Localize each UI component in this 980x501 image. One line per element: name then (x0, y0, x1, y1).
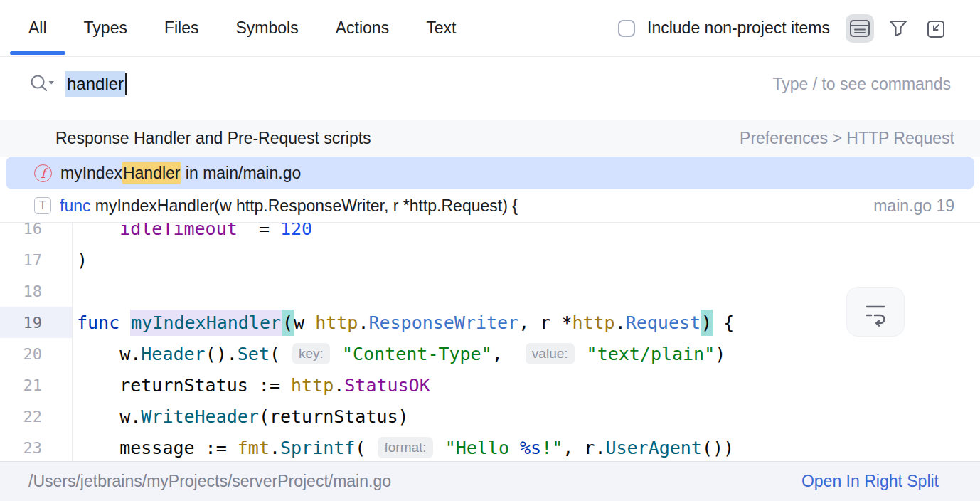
line-number[interactable]: 19 (0, 307, 73, 338)
code-line-16: 16 idleTimeout = 120 (0, 222, 980, 244)
code-token: 120 (280, 222, 312, 239)
text-caret (125, 73, 127, 95)
line-number[interactable]: 22 (0, 401, 73, 432)
code-text[interactable]: message := fmt.Sprintf( format: "Hello %… (73, 432, 734, 462)
command-hint: Type / to see commands (772, 75, 951, 94)
code-token (331, 344, 342, 364)
code-token: = (259, 222, 280, 239)
line-number[interactable]: 21 (0, 369, 73, 401)
tab-all[interactable]: All (10, 0, 65, 56)
tab-list: All Types Files Symbols Actions Text (10, 0, 474, 56)
include-non-project-items-checkbox[interactable]: Include non-project items (618, 19, 830, 38)
checkbox-box[interactable] (618, 20, 635, 37)
result-location: Preferences > HTTP Request (740, 129, 954, 148)
code-token: w. (77, 344, 141, 364)
result-location: main.go 19 (873, 196, 954, 216)
code-token: . (615, 312, 626, 333)
code-token: "text/plain" (587, 344, 715, 364)
code-text[interactable]: ) (73, 244, 87, 275)
code-line-19: 19func myIndexHandler(w http.ResponseWri… (0, 307, 980, 338)
result-row-text-occurrence[interactable]: T func myIndexHandler(w http.ResponseWri… (6, 189, 974, 222)
code-text[interactable]: w.Header().Set( key: "Content-Type", val… (73, 338, 725, 369)
code-token: ResponseWriter (368, 312, 518, 333)
search-field[interactable]: handler Type / to see commands (0, 57, 980, 111)
code-line-18: 18 (0, 275, 980, 307)
line-number[interactable]: 20 (0, 338, 73, 369)
open-in-find-window-button[interactable] (922, 14, 951, 43)
code-token: , r * (518, 312, 572, 333)
open-in-right-split-link[interactable]: Open In Right Split (801, 472, 939, 491)
code-text[interactable]: w.WriteHeader(returnStatus) (73, 401, 409, 432)
code-token: ( (355, 438, 376, 458)
match-highlight: Handler (122, 162, 181, 184)
tab-label: Types (84, 19, 127, 38)
search-icon[interactable] (28, 73, 55, 95)
text-result-icon: T (34, 197, 51, 214)
code-text[interactable]: returnStatus := http.StatusOK (73, 369, 430, 401)
code-text[interactable] (73, 275, 77, 307)
code-token: (). (206, 344, 238, 364)
tab-text[interactable]: Text (408, 0, 474, 56)
tab-bar: All Types Files Symbols Actions Text Inc… (0, 0, 980, 57)
result-title: func myIndexHandler(w http.ResponseWrite… (60, 196, 518, 216)
tab-bar-right: Include non-project items (618, 14, 980, 43)
code-token: , (492, 344, 524, 364)
code-token: Sprintf (280, 438, 355, 458)
code-token: "Content-Type" (342, 344, 492, 364)
code-token: StatusOK (344, 375, 430, 396)
tab-label: Text (426, 19, 456, 38)
result-row-function-selected[interactable]: f myIndexHandler in main/main.go (6, 157, 974, 189)
code-token: Header (141, 344, 205, 364)
code-token: . (358, 312, 368, 333)
line-number[interactable]: 17 (0, 244, 73, 275)
code-token: !" (541, 438, 563, 458)
search-everywhere-popup: All Types Files Symbols Actions Text Inc… (0, 0, 980, 501)
tab-actions[interactable]: Actions (317, 0, 408, 56)
preview-panel-icon (847, 16, 873, 41)
code-line-17: 17) (0, 244, 980, 275)
inlay-hint: key: (292, 343, 330, 364)
code-token: returnStatus := (77, 375, 291, 396)
code-text[interactable]: idleTimeout = 120 (73, 222, 312, 244)
code-token (119, 312, 130, 333)
code-token: fmt (238, 438, 270, 458)
toolbar-icons (846, 14, 951, 43)
line-number[interactable]: 18 (0, 275, 73, 307)
inlay-hint: value: (526, 343, 575, 364)
filter-button[interactable] (884, 14, 912, 43)
code-token: ) (715, 344, 725, 364)
code-token (576, 344, 587, 364)
code-token: ()) (702, 438, 734, 458)
tab-types[interactable]: Types (65, 0, 146, 56)
file-path: /Users/jetbrains/myProjects/serverProjec… (28, 472, 391, 491)
code-token: idleTimeout (77, 222, 259, 239)
code-line-22: 22 w.WriteHeader(returnStatus) (0, 401, 980, 432)
search-input[interactable]: handler (65, 71, 127, 97)
code-line-23: 23 message := fmt.Sprintf( format: "Hell… (0, 432, 980, 462)
tab-files[interactable]: Files (146, 0, 218, 56)
line-number[interactable]: 23 (0, 432, 73, 462)
code-line-20: 20 w.Header().Set( key: "Content-Type", … (0, 338, 980, 369)
code-token: Request (626, 312, 701, 333)
open-in-window-icon (924, 16, 949, 41)
code-token: func (77, 312, 119, 333)
tab-symbols[interactable]: Symbols (218, 0, 317, 56)
code-token: %s (520, 438, 541, 458)
result-row-settings[interactable]: Response Handler and Pre-Request scripts… (0, 120, 980, 157)
result-title: Response Handler and Pre-Request scripts (55, 129, 371, 148)
code-token: http (291, 375, 334, 396)
preview-toggle-button[interactable] (846, 14, 874, 43)
code-text[interactable]: func myIndexHandler(w http.ResponseWrite… (73, 307, 734, 338)
line-number[interactable]: 16 (0, 222, 73, 244)
code-preview-pane: 16 idleTimeout = 12017)1819func myIndexH… (0, 222, 980, 462)
code-token: Set (238, 344, 270, 364)
inlay-hint: format: (378, 437, 432, 458)
soft-wrap-button[interactable] (846, 287, 905, 337)
tab-label: Symbols (236, 19, 299, 38)
code-token: ( (282, 310, 294, 336)
results-list: Response Handler and Pre-Request scripts… (0, 111, 980, 222)
code-token: myIndexHandler (130, 310, 282, 336)
function-icon: f (34, 164, 52, 182)
tab-label: All (28, 19, 47, 38)
code-token: WriteHeader (141, 406, 259, 427)
